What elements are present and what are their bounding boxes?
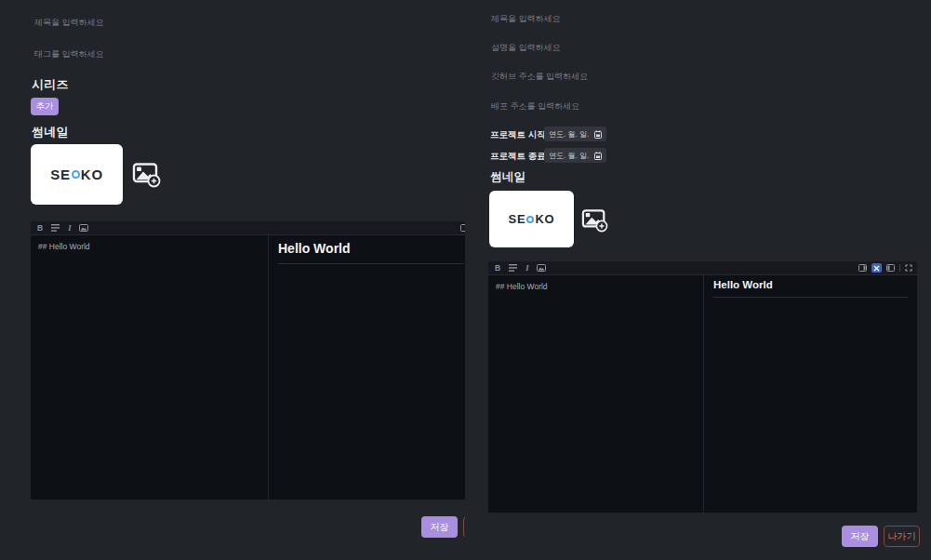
project-github-input[interactable] [491,72,770,81]
markdown-preview: Hello World [704,275,917,513]
post-tags-input[interactable] [34,49,313,59]
editor-body: ## Hello World Hello World [488,275,917,513]
markdown-editor: B I [488,261,917,513]
exit-button[interactable]: 나가기 [463,516,465,538]
save-button[interactable]: 저장 [421,516,458,538]
project-editor-panel: 프로젝트 시작 날짜 : 연도. 월. 일. 프로젝트 종료 날짜 : 연도. … [466,0,931,560]
series-heading: 시리즈 [32,76,69,93]
markdown-editor: B I [31,221,465,500]
fullscreen-icon[interactable] [905,264,912,272]
logo-text-prefix: SE [50,167,71,182]
markdown-source[interactable]: ## Hello World [31,235,269,500]
editor-toolbar: B I [31,221,465,235]
logo-ring-icon [72,170,80,179]
add-image-icon[interactable] [581,207,608,233]
calendar-icon[interactable] [594,152,602,160]
layout-left-icon[interactable] [886,264,895,272]
preview-heading: Hello World [713,279,908,298]
editor-body: ## Hello World Hello World [31,235,465,500]
preview-heading: Hello World [278,241,464,264]
bold-icon[interactable]: B [495,264,500,273]
seoko-logo: SEKO [508,212,554,226]
post-title-input[interactable] [34,18,313,27]
seoko-logo: SEKO [50,167,103,182]
thumbnail-heading: 썸네일 [32,124,69,140]
exit-button[interactable]: 나가기 [884,526,920,547]
thumbnail-preview[interactable]: SEKO [489,191,574,247]
markdown-source[interactable]: ## Hello World [488,275,704,513]
start-date-input[interactable]: 연도. 월. 일. [544,127,606,141]
logo-text-suffix: KO [81,167,103,182]
save-button[interactable]: 저장 [842,526,878,547]
series-add-button[interactable]: 추가 [31,98,59,115]
markdown-preview: Hello World [269,235,465,500]
bold-icon[interactable]: B [37,224,43,233]
end-date-input[interactable]: 연도. 월. 일. [544,148,606,163]
italic-icon[interactable]: I [525,264,528,273]
thumbnail-heading: 썸네일 [490,169,525,185]
layout-right-icon[interactable] [858,264,867,272]
project-deploy-input[interactable] [491,101,770,111]
italic-icon[interactable]: I [68,224,71,233]
post-editor-panel: 시리즈 추가 썸네일 SEKO B I [0,0,465,560]
logo-ring-icon [526,216,534,223]
logo-text-prefix: SE [508,212,525,226]
layout-right-icon[interactable] [460,224,465,232]
logo-text-suffix: KO [535,212,554,226]
insert-image-icon[interactable] [537,264,546,272]
editor-view-toggles [460,221,465,234]
toolbar-separator [899,264,900,272]
editor-view-toggles [858,261,912,274]
start-date-value: 연도. 월. 일. [549,129,589,140]
end-date-value: 연도. 월. 일. [549,151,589,161]
editor-toolbar: B I [488,261,917,275]
project-description-input[interactable] [491,43,770,52]
add-image-icon[interactable] [132,161,161,188]
project-title-input[interactable] [491,14,770,23]
heading-list-icon[interactable] [509,264,517,272]
insert-image-icon[interactable] [79,224,88,232]
app-root: { "colors": { "background": "#212429", "… [0,0,931,560]
layout-split-active-icon[interactable] [871,263,882,273]
calendar-icon[interactable] [594,130,602,139]
heading-list-icon[interactable] [51,224,60,232]
thumbnail-preview[interactable]: SEKO [31,144,123,205]
